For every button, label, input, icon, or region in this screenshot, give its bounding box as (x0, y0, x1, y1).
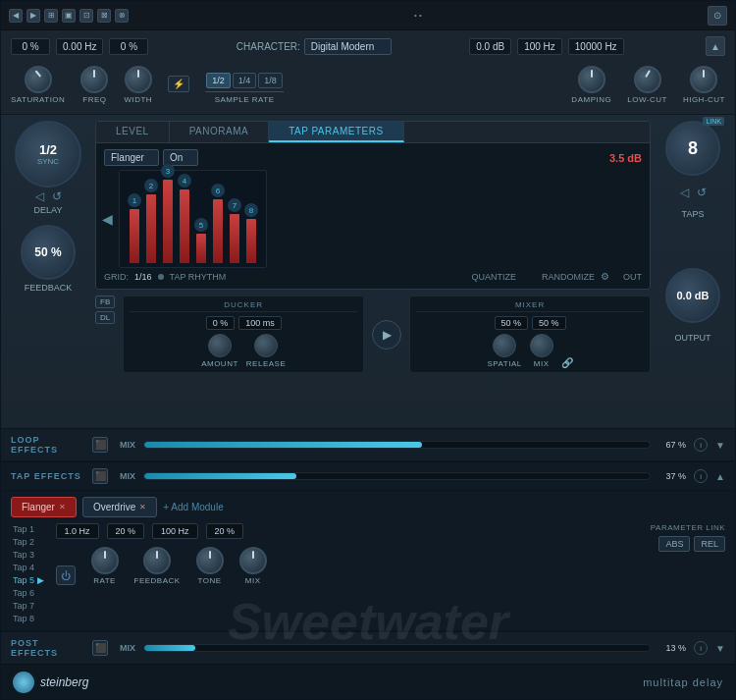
randomize-label[interactable]: RANDOMIZE (542, 272, 595, 282)
tap-list-item[interactable]: Tap 2 (11, 536, 46, 548)
post-collapse-btn[interactable]: ▼ (715, 643, 725, 654)
param-rate-box[interactable]: 1.0 Hz (56, 523, 99, 539)
width-knob[interactable] (125, 66, 152, 93)
abs-btn[interactable]: ABS (658, 536, 690, 552)
tap-bar[interactable] (180, 189, 189, 263)
width-value[interactable]: 0 % (109, 38, 148, 55)
tap-list-item[interactable]: Tap 6 (11, 587, 46, 599)
post-info-icon[interactable]: i (694, 641, 708, 655)
tap-list-item[interactable]: Tap 5 ▶ (11, 574, 46, 586)
tab-level[interactable]: LEVEL (96, 122, 170, 142)
mixer-spatial-box[interactable]: 50 % (495, 316, 529, 330)
mix-knob-tap[interactable] (239, 547, 267, 574)
tap-bar[interactable] (196, 234, 206, 263)
squares-icon[interactable]: ⊡ (79, 9, 93, 23)
tap-bar-item[interactable]: 6 (211, 184, 225, 263)
rate-btn-eighth[interactable]: 1/8 (258, 73, 283, 88)
post-power-icon[interactable]: ⬛ (92, 640, 108, 656)
tap-power-btn[interactable]: ⏻ (56, 565, 76, 585)
tone-knob[interactable] (196, 547, 224, 574)
ducker-release-box[interactable]: 100 ms (238, 316, 282, 330)
damping-knob[interactable] (578, 66, 605, 93)
tap-bar[interactable] (163, 180, 173, 263)
tap-power-icon[interactable]: ⬛ (92, 468, 108, 484)
fb-tag[interactable]: FB (95, 296, 115, 308)
overdrive-close-icon[interactable]: ✕ (139, 503, 146, 512)
damping-value[interactable]: 0.0 dB (469, 38, 511, 55)
freq-value[interactable]: 0.00 Hz (56, 38, 103, 55)
ducker-amount-box[interactable]: 0 % (206, 316, 236, 330)
tap-bar-item[interactable]: 3 (161, 164, 175, 263)
tap-bar[interactable] (230, 214, 239, 263)
tap-list-item[interactable]: Tap 3 (11, 549, 46, 561)
tap-list-item[interactable]: Tap 1 (11, 523, 46, 535)
param-tone-box[interactable]: 100 Hz (152, 523, 198, 539)
tap-list-item[interactable]: Tap 7 (11, 600, 46, 612)
tap-bar-item[interactable]: 8 (244, 203, 258, 263)
tap-list-item[interactable]: Tap 8 (11, 613, 46, 624)
expand-icon[interactable]: ▲ (706, 36, 725, 56)
tap-bar[interactable] (246, 219, 256, 263)
rel-btn[interactable]: REL (694, 536, 725, 552)
add-module-btn[interactable]: + Add Module (163, 502, 223, 512)
rate-knob[interactable] (91, 547, 119, 574)
dl-tag[interactable]: DL (95, 311, 115, 324)
amount-knob[interactable] (208, 334, 232, 357)
overdrive-module-btn[interactable]: Overdrive ✕ (82, 497, 157, 517)
character-select[interactable]: Digital Modern Analog Warm Tape (304, 38, 392, 55)
back-icon[interactable]: ◀ (9, 9, 23, 23)
saturation-value[interactable]: 0 % (11, 38, 50, 55)
tab-tap-parameters[interactable]: TAP PARAMETERS (269, 122, 403, 142)
loop-mix-bar-container[interactable] (143, 441, 651, 449)
grid-value[interactable]: 1/16 (134, 272, 152, 282)
tap-bar[interactable] (146, 194, 156, 263)
tap-mix-bar-container[interactable] (143, 472, 651, 480)
feedback-knob-tap[interactable] (143, 547, 171, 574)
tap-list-item[interactable]: Tap 4 (11, 562, 46, 573)
param-amount-box[interactable]: 20 % (107, 523, 145, 539)
high-cut-value[interactable]: 10000 Hz (568, 38, 624, 55)
forward-icon[interactable]: ▶ (26, 9, 40, 23)
tap-bar-item[interactable]: 2 (144, 179, 158, 263)
camera-icon[interactable]: ⊙ (708, 6, 727, 26)
tap-bar-item[interactable]: 7 (228, 198, 241, 263)
flanger-select[interactable]: Flanger (104, 149, 159, 166)
box-icon[interactable]: ▣ (62, 9, 76, 23)
star-icon[interactable]: ⊗ (115, 9, 129, 23)
loop-collapse-btn[interactable]: ▼ (715, 440, 725, 451)
mixer-link-icon[interactable]: 🔗 (561, 357, 573, 368)
spatial-knob[interactable] (493, 334, 516, 357)
rate-btn-half[interactable]: 1/2 (206, 73, 231, 88)
saturation-knob[interactable] (25, 66, 52, 93)
nav-left-arrow[interactable]: ◀ (100, 209, 115, 229)
taps-knob[interactable]: 8 (665, 121, 720, 176)
flanger-module-btn[interactable]: Flanger ✕ (11, 497, 77, 517)
output-knob[interactable]: 0.0 dB (665, 268, 720, 323)
param-mix-box[interactable]: 20 % (206, 523, 244, 539)
delay-prev-icon[interactable]: ◁ (35, 189, 44, 203)
tap-info-icon[interactable]: i (694, 469, 708, 483)
grid-icon[interactable]: ⊞ (44, 9, 58, 23)
lightning-icon[interactable]: ⚡ (168, 76, 189, 92)
loop-mix-percent[interactable]: 67 % (658, 440, 686, 450)
freq-knob[interactable] (80, 66, 108, 93)
tap-bar[interactable] (130, 209, 139, 263)
tab-panorama[interactable]: PANORAMA (170, 122, 270, 142)
tap-bar[interactable] (213, 199, 223, 263)
high-cut-knob[interactable] (690, 66, 717, 93)
feedback-knob[interactable]: 50 % (21, 225, 76, 280)
x-icon[interactable]: ⊠ (97, 9, 111, 23)
low-cut-value[interactable]: 100 Hz (517, 38, 562, 55)
delay-knob[interactable]: 1/2 SYNC (15, 121, 81, 188)
tap-bar-item[interactable]: 4 (178, 174, 191, 263)
tap-collapse-btn[interactable]: ▲ (715, 471, 725, 482)
tap-bar-item[interactable]: 1 (128, 193, 141, 263)
rate-btn-quarter[interactable]: 1/4 (233, 73, 257, 88)
mix-knob[interactable] (530, 334, 553, 357)
loop-info-icon[interactable]: i (694, 438, 708, 452)
delay-next-icon[interactable]: ↺ (52, 189, 62, 203)
flanger-close-icon[interactable]: ✕ (59, 503, 66, 512)
loop-power-icon[interactable]: ⬛ (92, 437, 108, 453)
tap-mix-percent[interactable]: 37 % (658, 471, 686, 481)
post-mix-percent[interactable]: 13 % (658, 643, 686, 653)
